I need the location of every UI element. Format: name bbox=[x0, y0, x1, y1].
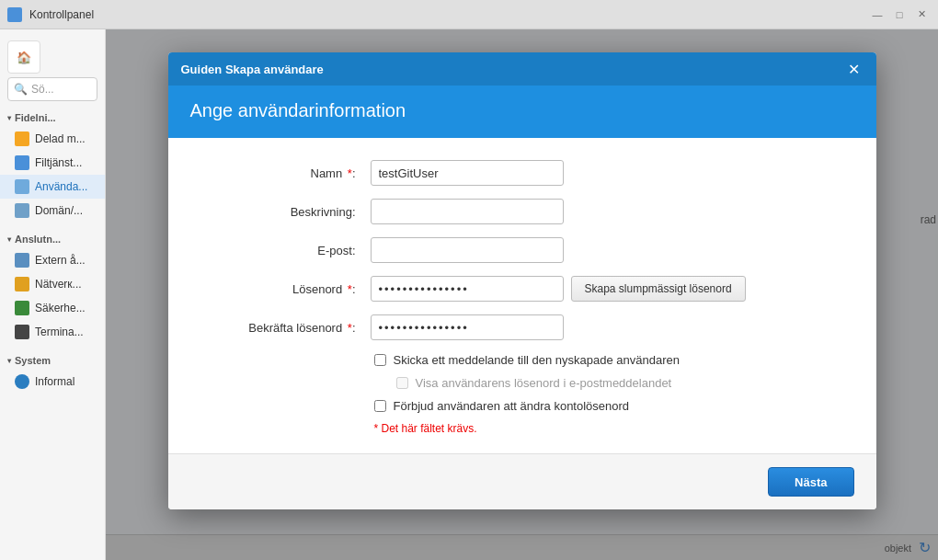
app-icon bbox=[7, 7, 22, 22]
forbid-change-checkbox[interactable] bbox=[374, 400, 386, 412]
modal-title: Guiden Skapa användare bbox=[181, 63, 324, 76]
password-row: Lösenord *: Skapa slumpmässigt lösenord bbox=[196, 276, 849, 302]
domain-icon bbox=[15, 203, 29, 218]
sidebar-item-label: Nätverк... bbox=[35, 278, 82, 291]
home-icon: 🏠 bbox=[17, 51, 31, 64]
search-bar[interactable]: 🔍 Sö... bbox=[7, 77, 97, 101]
sidebar-item-label: Informal bbox=[35, 375, 74, 388]
sidebar-item-anvandare[interactable]: Använda... bbox=[0, 175, 105, 199]
send-email-row: Skicka ett meddelande till den nyskapade… bbox=[196, 353, 849, 367]
password-input[interactable] bbox=[371, 276, 564, 302]
forbid-change-row: Förbjud användaren att ändra kontolöseno… bbox=[196, 399, 849, 413]
sidebar-item-terminal[interactable]: Termina... bbox=[0, 320, 105, 344]
confirm-password-label: Bekräfta lösenord *: bbox=[196, 321, 371, 335]
name-input[interactable] bbox=[371, 160, 564, 186]
sidebar-section-fildelning: ▾ Fidelni... Delad m... Filtjänst... Anv… bbox=[0, 109, 105, 223]
user-icon bbox=[15, 179, 29, 194]
forbid-change-label[interactable]: Förbjud användaren att ändra kontolöseno… bbox=[394, 399, 630, 413]
description-row: Beskrivning: bbox=[196, 199, 849, 224]
confirm-password-row: Bekräfta lösenord *: bbox=[196, 314, 849, 340]
next-btn[interactable]: Nästa bbox=[768, 467, 853, 497]
section-header-fildelning[interactable]: ▾ Fidelni... bbox=[0, 109, 105, 127]
email-label: E-post: bbox=[196, 244, 371, 257]
sidebar-item-natverk[interactable]: Nätverк... bbox=[0, 272, 105, 296]
folder-icon bbox=[15, 131, 29, 146]
sidebar-item-filtjanst[interactable]: Filtjänst... bbox=[0, 151, 105, 175]
sidebar-item-label: Säkerhe... bbox=[35, 302, 86, 314]
generate-password-btn[interactable]: Skapa slumpmässigt lösenord bbox=[571, 276, 746, 302]
terminal-icon bbox=[15, 325, 29, 339]
show-password-label: Visa användarens lösenord i e-postmeddel… bbox=[416, 376, 672, 390]
sidebar-item-label: Använda... bbox=[35, 180, 87, 193]
required-note: * Det här fältet krävs. bbox=[196, 422, 849, 435]
name-label: Namn *: bbox=[196, 166, 371, 180]
sidebar-item-label: Termina... bbox=[35, 326, 84, 338]
sidebar-item-label: Filtjänst... bbox=[35, 156, 82, 169]
minimize-btn[interactable]: — bbox=[868, 6, 887, 24]
show-password-row: Visa användarens lösenord i e-postmeddel… bbox=[196, 376, 849, 390]
file-icon bbox=[15, 155, 29, 170]
send-email-checkbox[interactable] bbox=[374, 354, 386, 366]
password-label: Lösenord *: bbox=[196, 282, 371, 296]
chevron-down-icon: ▾ bbox=[7, 114, 11, 122]
description-label: Beskrivning: bbox=[196, 205, 371, 219]
sidebar-item-delad[interactable]: Delad m... bbox=[0, 127, 105, 151]
home-button[interactable]: 🏠 bbox=[7, 40, 40, 74]
section-header-system[interactable]: ▾ System bbox=[0, 351, 105, 370]
window-controls: — □ ✕ bbox=[868, 6, 931, 24]
password-required-star: * bbox=[348, 282, 352, 296]
name-required-star: * bbox=[348, 166, 352, 180]
chevron-down-icon: ▾ bbox=[7, 235, 11, 244]
create-user-dialog: Guiden Skapa användare ✕ Ange användarin… bbox=[168, 52, 876, 509]
maximize-btn[interactable]: □ bbox=[890, 6, 909, 24]
sidebar-item-doman[interactable]: Domän/... bbox=[0, 199, 105, 223]
modal-overlay: Guiden Skapa användare ✕ Ange användarin… bbox=[106, 29, 938, 560]
main-content: rad objekt ↻ Guiden Skapa användare ✕ An… bbox=[106, 29, 938, 560]
chevron-down-icon: ▾ bbox=[7, 357, 11, 365]
app-body: 🏠 🔍 Sö... ▾ Fidelni... Delad m... Filtj bbox=[0, 29, 938, 560]
section-label-anslutning: Anslutn... bbox=[15, 234, 61, 245]
sidebar-item-label: Delad m... bbox=[35, 132, 86, 145]
search-icon: 🔍 bbox=[14, 83, 28, 96]
extern-icon bbox=[15, 253, 29, 268]
sidebar: 🏠 🔍 Sö... ▾ Fidelni... Delad m... Filtj bbox=[0, 29, 106, 560]
modal-heading: Ange användarinformation bbox=[190, 100, 406, 120]
app-window: Kontrollpanel — □ ✕ 🏠 🔍 Sö... ▾ Fidelni.… bbox=[0, 0, 938, 560]
title-bar: Kontrollpanel — □ ✕ bbox=[0, 0, 938, 29]
security-icon bbox=[15, 301, 29, 315]
email-input[interactable] bbox=[371, 237, 564, 263]
description-input[interactable] bbox=[371, 199, 564, 224]
modal-footer: Nästa bbox=[168, 453, 876, 509]
modal-titlebar: Guiden Skapa användare ✕ bbox=[168, 52, 876, 86]
sidebar-item-sakerhet[interactable]: Säkerhe... bbox=[0, 296, 105, 320]
confirm-required-star: * bbox=[348, 321, 352, 335]
sidebar-section-system: ▾ System Informal bbox=[0, 351, 105, 394]
section-label-system: System bbox=[15, 355, 51, 366]
sidebar-item-extern[interactable]: Extern å... bbox=[0, 248, 105, 272]
name-row: Namn *: bbox=[196, 160, 849, 186]
modal-header: Ange användarinformation bbox=[168, 86, 876, 138]
sidebar-item-label: Domän/... bbox=[35, 204, 83, 217]
search-placeholder: Sö... bbox=[31, 83, 54, 96]
sidebar-section-anslutning: ▾ Anslutn... Extern å... Nätverк... Säke… bbox=[0, 230, 105, 344]
info-icon bbox=[15, 374, 29, 389]
app-title: Kontrollpanel bbox=[29, 8, 94, 21]
app-close-btn[interactable]: ✕ bbox=[912, 6, 931, 24]
modal-close-btn[interactable]: ✕ bbox=[845, 60, 864, 78]
confirm-password-input[interactable] bbox=[371, 314, 564, 340]
modal-body: Namn *: Beskrivning: E-post: bbox=[168, 138, 876, 453]
sidebar-item-information[interactable]: Informal bbox=[0, 370, 105, 394]
show-password-checkbox bbox=[396, 377, 408, 389]
send-email-label[interactable]: Skicka ett meddelande till den nyskapade… bbox=[394, 353, 681, 367]
section-label-fildelning: Fidelni... bbox=[15, 112, 56, 123]
email-row: E-post: bbox=[196, 237, 849, 263]
sidebar-item-label: Extern å... bbox=[35, 254, 86, 267]
network-icon bbox=[15, 277, 29, 291]
section-header-anslutning[interactable]: ▾ Anslutn... bbox=[0, 230, 105, 248]
